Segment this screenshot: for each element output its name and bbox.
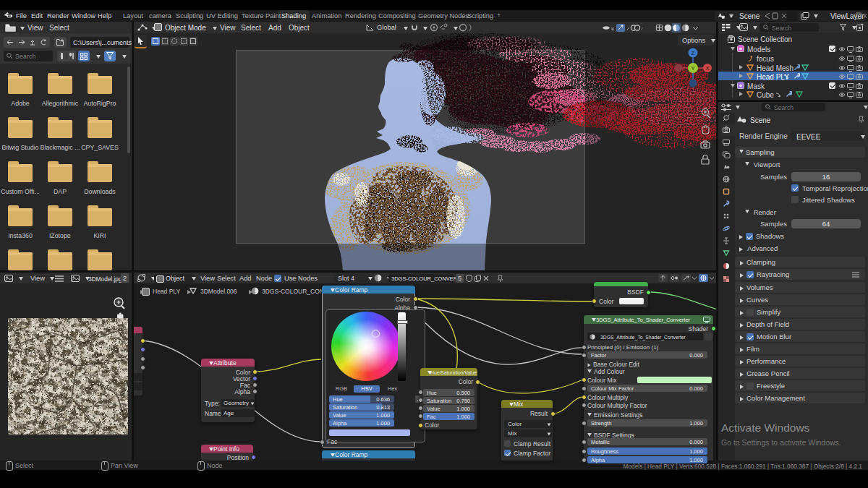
svg-text:X: X (706, 66, 710, 71)
svg-text:Y: Y (691, 65, 694, 72)
svg-text:Z: Z (692, 51, 695, 56)
